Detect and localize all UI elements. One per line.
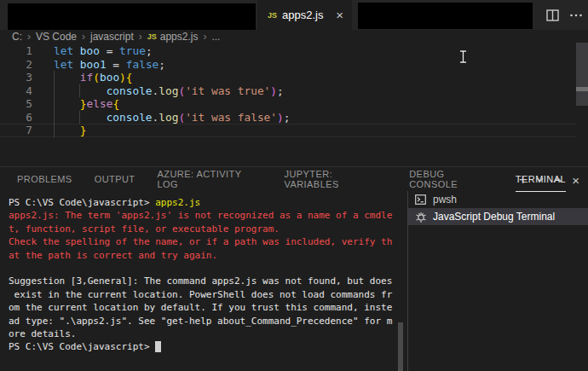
close-panel-icon[interactable]: × bbox=[572, 174, 579, 187]
code-line[interactable]: 2let boo1 = false; bbox=[0, 58, 576, 72]
js-file-icon: JS bbox=[147, 32, 157, 41]
terminal-line: apps2.js: The term 'apps2.js' is not rec… bbox=[9, 209, 397, 222]
terminal-line: at the path is correct and try again. bbox=[9, 249, 397, 262]
maximize-panel-icon[interactable] bbox=[553, 177, 562, 183]
chevron-right-icon: › bbox=[203, 31, 206, 43]
code-line[interactable]: 5 }else{ bbox=[0, 97, 576, 111]
code-text: console.log('it was false'); bbox=[32, 111, 290, 125]
line-number: 3 bbox=[0, 71, 32, 84]
terminal-list-item[interactable]: pwsh bbox=[408, 191, 588, 208]
code-editor[interactable]: 1let boo = true;2let boo1 = false;3 if(b… bbox=[0, 43, 588, 166]
terminal-line: t, function, script file, or executable … bbox=[9, 223, 397, 235]
chevron-right-icon: › bbox=[139, 31, 142, 43]
new-terminal-icon[interactable]: + bbox=[519, 173, 527, 187]
tab-apps2-js[interactable]: JS apps2.js × bbox=[257, 0, 352, 30]
breadcrumb-item-label: VS Code bbox=[36, 31, 77, 43]
more-actions-icon[interactable] bbox=[569, 9, 583, 21]
terminal-cursor bbox=[155, 341, 161, 352]
code-line[interactable]: 1let boo = true; bbox=[0, 44, 576, 58]
line-number: 2 bbox=[0, 58, 32, 72]
code-line[interactable]: 6 console.log('it was false'); bbox=[0, 111, 576, 125]
terminal-line: om the current location by default. If y… bbox=[9, 301, 397, 314]
panel-tab-debug-console[interactable]: DEBUG CONSOLE bbox=[409, 168, 493, 192]
bottom-panel: PROBLEMSOUTPUTAZURE: ACTIVITY LOGJUPYTER… bbox=[0, 166, 588, 371]
breadcrumb-item-label: javascript bbox=[90, 31, 134, 43]
terminal-line: ore details. bbox=[9, 328, 397, 340]
current-line-highlight bbox=[0, 124, 576, 137]
tab-label: apps2.js bbox=[282, 9, 334, 21]
code-text: let boo = true; bbox=[32, 44, 153, 58]
code-line[interactable]: 3 if(boo){ bbox=[0, 71, 576, 84]
vscode-window: JS apps2.js × C:›VS Code›javascript›JSap… bbox=[0, 0, 588, 371]
terminal-tabs-list: pwshJavaScript Debug Terminal bbox=[407, 191, 588, 371]
line-number: 5 bbox=[0, 97, 32, 111]
terminal-line: Suggestion [3,General]: The command apps… bbox=[9, 275, 397, 287]
line-number: 4 bbox=[0, 84, 32, 98]
code-text: }else{ bbox=[32, 97, 119, 111]
breadcrumb-item[interactable]: javascript bbox=[90, 31, 134, 43]
js-file-icon: JS bbox=[268, 11, 277, 20]
terminal-line: PS C:\VS Code\javascript> apps2.js bbox=[9, 196, 397, 209]
breadcrumb-item[interactable]: VS Code bbox=[36, 31, 77, 43]
code-text: let boo1 = false; bbox=[32, 58, 165, 72]
terminal-icon bbox=[415, 194, 429, 206]
breadcrumb-item-label: C: bbox=[12, 31, 22, 43]
code-line[interactable]: 4 console.log('it was true'); bbox=[0, 84, 576, 98]
terminal-line: exist in the current location. PowerShel… bbox=[9, 288, 397, 301]
terminal-line bbox=[9, 262, 397, 275]
code-text: console.log('it was true'); bbox=[32, 84, 284, 98]
editor-title-actions bbox=[546, 0, 583, 30]
line-number: 1 bbox=[0, 44, 32, 58]
panel-actions: + × bbox=[519, 170, 579, 190]
indent-guide bbox=[79, 84, 80, 98]
indent-guide bbox=[79, 111, 80, 125]
terminal-line: PS C:\VS Code\javascript> bbox=[9, 340, 397, 353]
redacted-region-right bbox=[358, 3, 533, 29]
chevron-right-icon: › bbox=[82, 31, 85, 43]
terminal-list-item[interactable]: JavaScript Debug Terminal bbox=[408, 208, 588, 225]
breadcrumb-item[interactable]: C: bbox=[12, 31, 22, 43]
chevron-right-icon: › bbox=[27, 31, 31, 43]
line-number: 6 bbox=[0, 111, 32, 125]
overview-ruler-cursor-mark bbox=[576, 87, 588, 91]
close-tab-icon[interactable]: × bbox=[334, 9, 345, 21]
editor-scrollbar[interactable] bbox=[576, 43, 588, 106]
terminal-list-item-label: pwsh bbox=[433, 194, 457, 206]
debug-icon bbox=[415, 211, 429, 223]
panel-tab-jupyter-variables[interactable]: JUPYTER: VARIABLES bbox=[284, 168, 387, 192]
panel-tab-azure-activity-log[interactable]: AZURE: ACTIVITY LOG bbox=[158, 168, 262, 192]
terminal-output[interactable]: PS C:\VS Code\javascript> apps2.jsapps2.… bbox=[9, 196, 397, 354]
breadcrumb: C:›VS Code›javascript›JSapps2.js›... bbox=[0, 30, 588, 43]
breadcrumb-item[interactable]: ... bbox=[211, 31, 220, 43]
panel-tab-problems[interactable]: PROBLEMS bbox=[17, 168, 72, 192]
breadcrumb-item-label: apps2.js bbox=[160, 31, 199, 43]
panel-tabs: PROBLEMSOUTPUTAZURE: ACTIVITY LOGJUPYTER… bbox=[0, 167, 588, 192]
split-editor-icon[interactable] bbox=[546, 9, 559, 21]
terminal-list-item-label: JavaScript Debug Terminal bbox=[433, 211, 555, 223]
terminal-dropdown-icon[interactable] bbox=[536, 177, 544, 183]
mouse-ibeam-cursor bbox=[458, 49, 468, 67]
panel-tab-output[interactable]: OUTPUT bbox=[95, 168, 135, 192]
breadcrumb-item[interactable]: JSapps2.js bbox=[147, 31, 199, 43]
breadcrumb-item-label: ... bbox=[211, 31, 220, 43]
editor-tab-bar: JS apps2.js × bbox=[0, 0, 588, 30]
terminal-line: Check the spelling of the name, or if a … bbox=[9, 235, 397, 248]
terminal-line: ad type: ".\apps2.js". See "get-help abo… bbox=[9, 315, 397, 328]
terminal-scrollbar[interactable] bbox=[398, 322, 403, 371]
redacted-region-left bbox=[8, 3, 256, 30]
code-text: if(boo){ bbox=[32, 71, 133, 84]
